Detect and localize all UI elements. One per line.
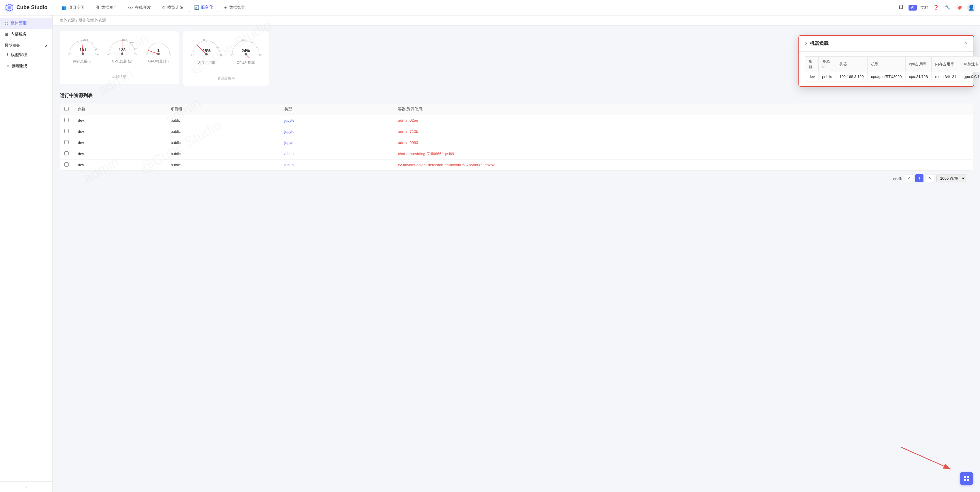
gauge-mem-usage: 0 20 40 60 80 bbox=[190, 36, 223, 65]
gauge-mem-usage-svg: 0 20 40 60 80 bbox=[190, 36, 223, 58]
row-type[interactable]: jupyter bbox=[280, 126, 393, 137]
modal-table-row: dev public 192.168.3.100 cpu/gpu/RTX3090… bbox=[805, 72, 980, 81]
train-icon: ⚖ bbox=[162, 5, 165, 10]
help-icon[interactable]: ❓ bbox=[932, 3, 940, 12]
table-row: dev public aihub chat-embedding-f7df6665… bbox=[60, 149, 973, 160]
modal-row-type[interactable]: cpu/gpu/RTX3090 bbox=[867, 72, 905, 81]
nav-project[interactable]: 👥 项目空间 bbox=[57, 3, 89, 12]
gauge-mem-usage-label: 内存占用率 bbox=[198, 61, 215, 65]
row-group: public bbox=[166, 137, 280, 149]
row-checkbox[interactable] bbox=[64, 129, 68, 133]
svg-text:8: 8 bbox=[170, 54, 171, 56]
nav-train[interactable]: ⚖ 模型训练 bbox=[157, 3, 188, 12]
svg-text:204.8: 204.8 bbox=[95, 48, 99, 50]
table-row: dev public jupyter admin-9983 bbox=[60, 137, 973, 149]
modal-close-btn[interactable]: × bbox=[964, 40, 968, 46]
modal-col-res-group: 资源组 bbox=[818, 57, 835, 72]
gauge-mem-total-label: 内存总量(G) bbox=[73, 59, 92, 64]
sidebar-section-model[interactable]: 模型服务 ∧ bbox=[0, 40, 52, 49]
svg-text:80: 80 bbox=[220, 54, 222, 56]
sidebar-item-model-mgmt[interactable]: ℹ 模型管理 bbox=[2, 49, 52, 61]
grid-icon bbox=[963, 475, 970, 482]
col-cluster-header: 集群 bbox=[73, 104, 166, 115]
row-checkbox-cell bbox=[60, 137, 73, 149]
modal-row-cluster: dev bbox=[805, 72, 819, 81]
nav-serve[interactable]: 🔄 服务化 bbox=[189, 3, 218, 12]
row-container[interactable]: admin-713b bbox=[393, 126, 973, 137]
gauge-cpu-total: 0 51.2 102.4 153.6 204.8 256 bbox=[106, 36, 138, 64]
image-icon[interactable]: 🖼 bbox=[897, 3, 905, 12]
gauge-mem-total: 0 51.2 102.4 153.6 204.8 256 bbox=[67, 36, 99, 64]
chevron-up-icon: ∧ bbox=[45, 43, 48, 48]
row-checkbox[interactable] bbox=[64, 140, 68, 144]
logo[interactable]: Cube Studio bbox=[5, 3, 48, 12]
svg-text:51.2: 51.2 bbox=[114, 42, 118, 43]
pagination: 共5条 < 1 > 1000 条/页 500 条/页 100 条/页 bbox=[60, 171, 973, 186]
sidebar-item-overall[interactable]: ◎ 整体资源 bbox=[0, 18, 52, 29]
ai-badge-icon[interactable]: AI bbox=[908, 5, 917, 11]
svg-text:60: 60 bbox=[256, 46, 258, 49]
row-type[interactable]: jupyter bbox=[280, 137, 393, 149]
row-cluster: dev bbox=[73, 149, 166, 160]
docs-link[interactable]: 文档 bbox=[920, 3, 929, 12]
svg-text:20: 20 bbox=[203, 39, 205, 41]
svg-text:0: 0 bbox=[108, 53, 109, 56]
gauge-cpu-total-svg: 0 51.2 102.4 153.6 204.8 256 bbox=[106, 36, 138, 57]
row-container[interactable]: chat-embedding-f7df6665f-qcd69 bbox=[393, 149, 973, 160]
table-head-row: 集群 项目组 类型 容器(资源使用) bbox=[60, 104, 973, 115]
modal-col-ai: AI加速卡 bbox=[960, 57, 980, 72]
settings-icon[interactable]: 🔧 bbox=[944, 3, 952, 12]
nav-ai[interactable]: ✦ 数据智能 bbox=[219, 3, 250, 12]
modal-row-mem: mem:34/131 bbox=[931, 72, 960, 81]
nav-data[interactable]: 🗄 数据资产 bbox=[91, 3, 122, 12]
next-page-btn[interactable]: > bbox=[926, 174, 934, 182]
svg-line-31 bbox=[148, 50, 159, 54]
logo-icon bbox=[5, 3, 14, 12]
svg-text:1: 1 bbox=[157, 48, 160, 53]
user-avatar[interactable]: 👤 bbox=[967, 3, 975, 12]
breadcrumb-path: 服务化/整体资源 bbox=[78, 18, 106, 23]
nav-right: 🖼 AI 文档 ❓ 🔧 🐙 👤 bbox=[897, 3, 975, 12]
row-group: public bbox=[166, 149, 280, 160]
modal-col-cluster: 集群 bbox=[805, 57, 819, 72]
svg-rect-58 bbox=[964, 476, 966, 478]
modal-col-mem: 内存占用率 bbox=[931, 57, 960, 72]
row-cluster: dev bbox=[73, 137, 166, 149]
sidebar-item-internal[interactable]: ⊞ 内部服务 bbox=[0, 29, 52, 40]
infer-icon: ≡ bbox=[7, 64, 10, 68]
row-checkbox-cell bbox=[60, 126, 73, 137]
sidebar-collapse-btn[interactable]: « bbox=[0, 481, 53, 492]
svg-line-53 bbox=[246, 54, 255, 58]
col-checkbox bbox=[60, 104, 73, 115]
top-nav: Cube Studio 👥 项目空间 🗄 数据资产 </> 在线开发 ⚖ 模型训… bbox=[0, 0, 980, 15]
row-type[interactable]: aihub bbox=[280, 160, 393, 171]
table-row: dev public jupyter admin-02ee bbox=[60, 115, 973, 126]
svg-text:131: 131 bbox=[80, 48, 86, 52]
svg-rect-61 bbox=[967, 479, 969, 481]
row-type[interactable]: jupyter bbox=[280, 115, 393, 126]
gauge-gpu-total-svg: 0 8 1 bbox=[145, 38, 172, 57]
github-icon[interactable]: 🐙 bbox=[955, 3, 964, 12]
row-checkbox[interactable] bbox=[64, 118, 68, 122]
svg-point-27 bbox=[121, 53, 123, 55]
per-page-select[interactable]: 1000 条/页 500 条/页 100 条/页 bbox=[936, 174, 966, 182]
row-type[interactable]: aihub bbox=[280, 149, 393, 160]
modal-head-row: 集群 资源组 机器 机型 cpu占用率 内存占用率 AI加速卡 bbox=[805, 57, 980, 72]
current-page-btn[interactable]: 1 bbox=[915, 174, 923, 182]
nav-dev[interactable]: </> 在线开发 bbox=[123, 3, 156, 12]
usage-label: 资源占用率 bbox=[217, 76, 235, 81]
prev-page-btn[interactable]: < bbox=[905, 174, 913, 182]
select-all-checkbox[interactable] bbox=[64, 107, 68, 111]
svg-text:0: 0 bbox=[68, 53, 69, 56]
row-checkbox[interactable] bbox=[64, 151, 68, 155]
modal-row-machine[interactable]: 192.168.3.100 bbox=[835, 72, 867, 81]
row-cluster: dev bbox=[73, 160, 166, 171]
row-group: public bbox=[166, 115, 280, 126]
row-container[interactable]: cv-tinynas-object-detection-damoyolo-587… bbox=[393, 160, 973, 171]
row-cluster: dev bbox=[73, 115, 166, 126]
row-container[interactable]: admin-02ee bbox=[393, 115, 973, 126]
row-container[interactable]: admin-9983 bbox=[393, 137, 973, 149]
grid-view-btn[interactable] bbox=[960, 472, 973, 485]
sidebar-item-infer[interactable]: ≡ 推理服务 bbox=[2, 61, 52, 72]
row-checkbox[interactable] bbox=[64, 163, 68, 166]
